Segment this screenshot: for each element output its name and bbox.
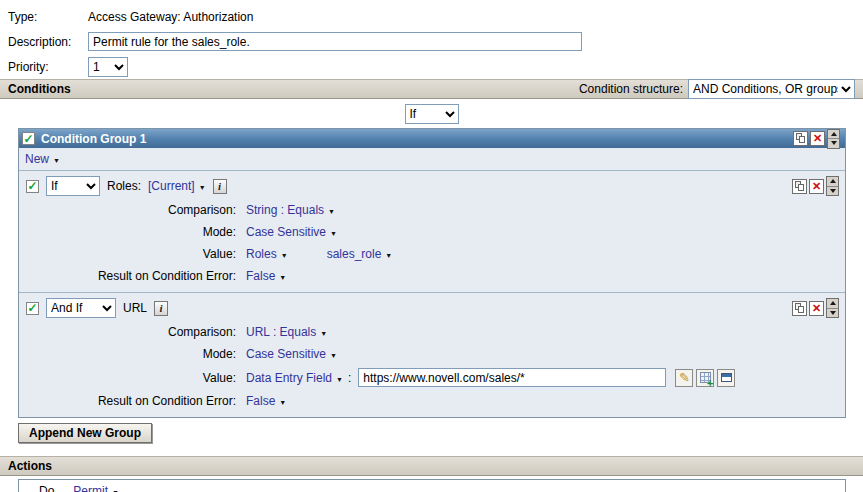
condition-2-error-row: Result on Condition Error: False	[19, 390, 845, 412]
value-source-dropdown[interactable]: Roles	[246, 247, 288, 261]
mode-label: Mode:	[26, 347, 236, 361]
move-condition-down-icon[interactable]	[827, 308, 838, 318]
move-condition-up-icon[interactable]	[827, 299, 838, 308]
copy-icon-front	[798, 184, 804, 191]
up-arrow-icon	[830, 301, 836, 305]
condition-2-action-icons	[792, 298, 841, 318]
action-dropdown[interactable]: Permit	[73, 484, 119, 492]
delete-group-icon[interactable]	[810, 131, 825, 146]
actions-box: Do Permit	[18, 479, 846, 492]
error-dropdown[interactable]: False	[246, 394, 286, 408]
group-enabled-checkbox[interactable]	[22, 132, 35, 145]
insert-variable-icon[interactable]	[696, 369, 714, 387]
move-condition-up-icon[interactable]	[827, 177, 838, 186]
condition-group-title: Condition Group 1	[41, 132, 146, 146]
priority-label: Priority:	[8, 60, 88, 74]
move-group-up-icon[interactable]	[828, 130, 839, 139]
comparison-value-wrap: URL : Equals	[246, 325, 327, 339]
comparison-dropdown[interactable]: URL : Equals	[246, 325, 327, 339]
copy-condition-icon[interactable]	[792, 179, 807, 194]
new-condition-dropdown[interactable]: New	[25, 152, 60, 166]
delete-condition-icon[interactable]	[809, 179, 824, 194]
edit-value-icon[interactable]	[675, 369, 693, 387]
value-selection-dropdown[interactable]: sales_role	[327, 247, 393, 261]
condition-group-body: New If Roles: [Current]	[19, 148, 845, 417]
chevron-down-icon	[320, 325, 327, 339]
condition-2-value-row: Value: Data Entry Field :	[19, 365, 845, 390]
comparison-label: Comparison:	[26, 203, 236, 217]
mode-label: Mode:	[26, 225, 236, 239]
type-value: Access Gateway: Authorization	[88, 10, 253, 24]
condition-1-enabled-checkbox[interactable]	[26, 180, 39, 193]
info-icon[interactable]	[213, 179, 227, 194]
type-row: Type: Access Gateway: Authorization	[0, 5, 863, 28]
append-new-group-button[interactable]: Append New Group	[18, 423, 152, 443]
error-value: False	[246, 269, 275, 283]
chevron-down-icon	[199, 179, 206, 193]
new-condition-row: New	[19, 148, 845, 171]
description-input[interactable]	[88, 32, 582, 51]
comparison-value: String : Equals	[246, 203, 324, 217]
error-label: Result on Condition Error:	[26, 394, 236, 408]
browse-values-icon[interactable]	[717, 369, 735, 387]
move-group-down-icon[interactable]	[828, 138, 839, 148]
value-selection: sales_role	[327, 247, 382, 261]
type-label: Type:	[8, 10, 88, 24]
condition-1-subject-dropdown[interactable]: [Current]	[148, 179, 206, 193]
comparison-label: Comparison:	[26, 325, 236, 339]
rule-header-form: Type: Access Gateway: Authorization Desc…	[0, 0, 863, 79]
mode-dropdown[interactable]: Case Sensitive	[246, 225, 337, 239]
info-icon[interactable]	[154, 301, 168, 316]
priority-select[interactable]: 1	[88, 57, 128, 77]
mode-value: Case Sensitive	[246, 225, 326, 239]
condition-1-subject-value: [Current]	[148, 179, 195, 193]
move-condition-down-icon[interactable]	[827, 186, 838, 196]
value-source-dropdown[interactable]: Data Entry Field	[246, 371, 343, 385]
copy-group-icon[interactable]	[793, 131, 808, 146]
actions-section-title: Actions	[8, 459, 52, 473]
group-action-icons	[793, 129, 842, 149]
condition-1-mode-row: Mode: Case Sensitive	[19, 221, 845, 243]
value-label: Value:	[26, 371, 236, 385]
condition-structure-select[interactable]: AND Conditions, OR groups	[688, 79, 855, 99]
condition-2-head: And If URL	[19, 293, 845, 321]
chevron-down-icon	[279, 269, 286, 283]
copy-condition-icon[interactable]	[792, 301, 807, 316]
url-value-input[interactable]	[358, 368, 666, 387]
error-value: False	[246, 394, 275, 408]
down-arrow-icon	[830, 311, 836, 315]
value-wrap: Data Entry Field :	[246, 368, 735, 387]
up-arrow-icon	[831, 132, 837, 136]
policy-rule-editor: Type: Access Gateway: Authorization Desc…	[0, 0, 863, 492]
delete-condition-icon[interactable]	[809, 301, 824, 316]
chevron-down-icon	[279, 394, 286, 408]
value-wrap: Roles sales_role	[246, 247, 392, 261]
condition-2-connector-select[interactable]: And If	[46, 298, 116, 318]
condition-1-comparison-row: Comparison: String : Equals	[19, 199, 845, 221]
value-source: Data Entry Field	[246, 371, 332, 385]
down-arrow-icon	[831, 141, 837, 145]
chevron-down-icon	[112, 484, 119, 492]
condition-2-enabled-checkbox[interactable]	[26, 302, 39, 315]
error-dropdown[interactable]: False	[246, 269, 286, 283]
up-arrow-icon	[830, 179, 836, 183]
condition-1-connector-select[interactable]: If	[46, 176, 100, 196]
condition-2: And If URL Comparison:	[19, 292, 845, 417]
new-condition-label: New	[25, 152, 49, 166]
grid-glyph	[700, 372, 711, 383]
condition-structure-control: Condition structure: AND Conditions, OR …	[579, 79, 855, 99]
description-row: Description:	[0, 28, 863, 55]
chevron-down-icon	[53, 152, 60, 166]
condition-1-action-icons	[792, 176, 841, 196]
chevron-down-icon	[330, 225, 337, 239]
comparison-dropdown[interactable]: String : Equals	[246, 203, 335, 217]
chevron-down-icon	[385, 247, 392, 261]
value-source: Roles	[246, 247, 277, 261]
group-connector-select[interactable]: If	[405, 104, 459, 124]
actions-section-bar: Actions	[0, 456, 863, 476]
down-arrow-icon	[830, 189, 836, 193]
mode-dropdown[interactable]: Case Sensitive	[246, 347, 337, 361]
priority-row: Priority: 1	[0, 55, 863, 79]
move-condition-control	[826, 176, 839, 196]
chevron-down-icon	[281, 247, 288, 261]
